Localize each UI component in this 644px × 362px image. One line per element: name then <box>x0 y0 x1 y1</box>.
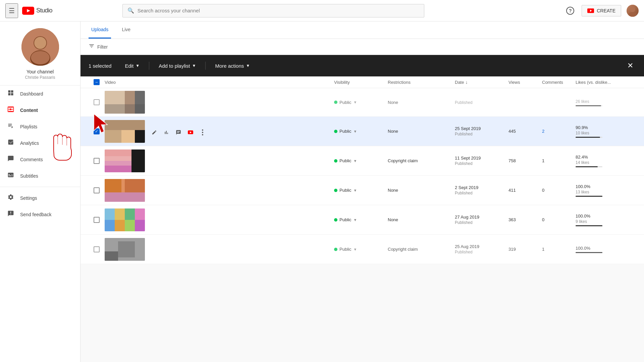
sidebar-item-content[interactable]: Content <box>0 102 80 118</box>
svg-rect-43 <box>118 241 135 257</box>
visibility-dot <box>334 101 337 104</box>
svg-point-4 <box>630 7 635 12</box>
svg-rect-39 <box>115 220 125 231</box>
likes-bar-wrap <box>576 252 602 253</box>
sidebar-item-playlists[interactable]: Playlists <box>0 118 80 135</box>
video-cell <box>105 149 334 172</box>
filter-label: Filter <box>97 44 108 50</box>
analytics-label: Analytics <box>20 140 39 146</box>
sidebar-nav: Dashboard Content Playlists Analytics Co… <box>0 85 80 223</box>
likes-bar <box>576 252 602 253</box>
comments-icon <box>7 155 15 164</box>
svg-rect-41 <box>135 220 145 231</box>
date-cell: 27 Aug 2019 Published <box>455 215 508 225</box>
visibility-dropdown-icon[interactable]: ▼ <box>353 188 357 192</box>
row-checkbox[interactable] <box>94 99 100 105</box>
svg-rect-32 <box>105 192 145 202</box>
visibility-cell: Public ▼ <box>334 100 388 105</box>
thumb-image <box>105 238 145 261</box>
edit-video-button[interactable] <box>149 127 160 138</box>
comments-cell: 2 <box>542 129 576 134</box>
row-checkbox[interactable] <box>94 158 100 164</box>
row-checkbox[interactable] <box>94 187 100 193</box>
header-left: ☰ Studio <box>5 3 52 18</box>
sidebar-item-comments[interactable]: Comments <box>0 151 80 168</box>
selected-count: 1 selected <box>89 63 111 69</box>
video-actions <box>149 127 208 138</box>
add-to-playlist-button[interactable]: Add to playlist ▼ <box>155 60 200 71</box>
more-video-button[interactable] <box>197 127 208 138</box>
thumb-image <box>105 91 145 114</box>
logo[interactable]: Studio <box>22 6 52 15</box>
close-selection-button[interactable]: ✕ <box>625 59 636 73</box>
video-thumbnail <box>105 208 145 231</box>
tab-uploads[interactable]: Uploads <box>89 21 111 39</box>
thumb-image <box>105 120 145 143</box>
channel-avatar[interactable] <box>21 28 59 66</box>
search-input[interactable] <box>138 8 419 13</box>
tab-live[interactable]: Live <box>119 21 133 39</box>
sidebar-item-feedback[interactable]: Send feedback <box>0 206 80 223</box>
visibility-cell: Public ▼ <box>334 188 388 193</box>
analytics-video-button[interactable] <box>161 127 172 138</box>
main-content: Uploads Live Filter 1 selected Edit ▼ Ad… <box>80 21 644 362</box>
dashboard-icon <box>7 89 15 98</box>
svg-rect-31 <box>125 179 145 192</box>
likes-bar <box>576 225 602 226</box>
youtube-video-button[interactable] <box>185 127 196 138</box>
comments-link[interactable]: 2 <box>542 129 544 134</box>
create-label: CREATE <box>597 8 615 13</box>
visibility-dropdown-icon: ▼ <box>353 100 357 104</box>
comments-cell: 1 <box>542 158 576 163</box>
comments-video-button[interactable] <box>173 127 184 138</box>
row-checkbox[interactable] <box>94 217 100 223</box>
close-selection-icon: ✕ <box>627 61 633 70</box>
svg-rect-36 <box>125 208 135 220</box>
visibility-dropdown-icon[interactable]: ▼ <box>353 247 357 251</box>
likes-cell: 26 likes <box>576 99 636 106</box>
avatar[interactable] <box>627 5 639 17</box>
table-row: Public ▼ Copyright claim 11 Sept 2019 Pu… <box>80 146 644 176</box>
help-button[interactable]: ? <box>564 5 576 17</box>
date-cell: 11 Sept 2019 Published <box>455 156 508 166</box>
row-checkbox-cell: ✓ <box>89 128 105 134</box>
date-sort-icon: ↓ <box>465 79 468 85</box>
table-row: Public ▼ None 27 Aug 2019 Published 363 … <box>80 205 644 235</box>
svg-point-23 <box>202 129 203 131</box>
playlists-label: Playlists <box>20 124 37 129</box>
select-all-checkbox[interactable]: – <box>94 79 100 85</box>
video-cell <box>105 179 334 202</box>
menu-button[interactable]: ☰ <box>5 3 18 18</box>
svg-rect-34 <box>105 208 115 220</box>
search-icon: 🔍 <box>127 7 134 14</box>
video-cell <box>105 120 334 143</box>
svg-marker-12 <box>10 108 12 111</box>
sidebar-item-dashboard[interactable]: Dashboard <box>0 85 80 102</box>
analytics-icon <box>7 139 15 147</box>
sidebar-item-analytics[interactable]: Analytics <box>0 135 80 151</box>
more-actions-button[interactable]: More actions ▼ <box>211 60 254 71</box>
create-button[interactable]: CREATE <box>582 5 621 16</box>
svg-point-25 <box>202 134 203 135</box>
table-row: ✓ <box>80 117 644 146</box>
sidebar-item-settings[interactable]: Settings <box>0 190 80 206</box>
visibility-dropdown-icon[interactable]: ▼ <box>353 159 357 163</box>
sidebar-item-subtitles[interactable]: Subtitles <box>0 168 80 184</box>
header-video: Video <box>105 80 334 85</box>
add-playlist-dropdown-icon: ▼ <box>192 63 196 68</box>
comments-cell: 0 <box>542 217 576 222</box>
edit-icon <box>152 130 157 135</box>
search-bar: 🔍 <box>122 4 424 17</box>
header-views: Views <box>508 80 542 85</box>
edit-button[interactable]: Edit ▼ <box>121 60 144 71</box>
visibility-dropdown-icon[interactable]: ▼ <box>353 218 357 222</box>
restrictions-cell: None <box>388 100 455 105</box>
svg-rect-20 <box>105 120 145 130</box>
row-checkbox[interactable] <box>94 246 100 252</box>
add-playlist-label: Add to playlist <box>159 63 190 69</box>
row-checkbox[interactable]: ✓ <box>94 128 100 134</box>
subtitles-label: Subtitles <box>20 173 38 179</box>
video-cell <box>105 91 334 114</box>
row-checkbox-cell <box>89 246 105 252</box>
visibility-dropdown-icon[interactable]: ▼ <box>353 129 357 133</box>
